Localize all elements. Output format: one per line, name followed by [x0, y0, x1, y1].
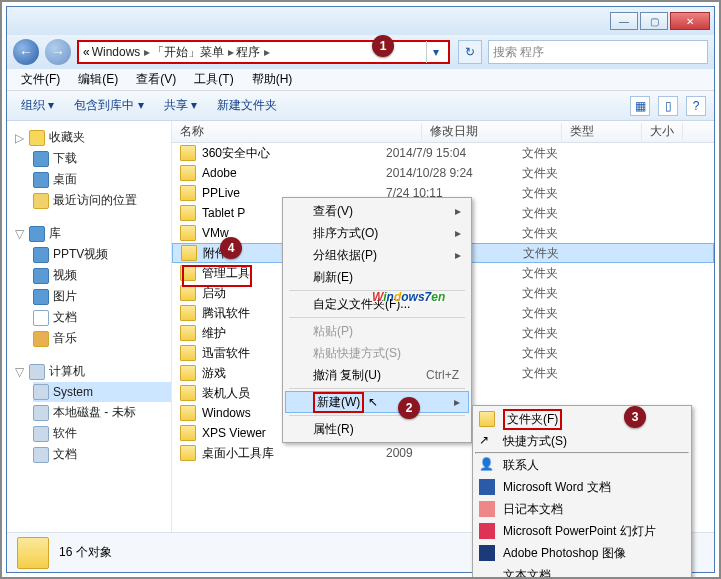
drive-icon [33, 426, 49, 442]
ctx-customize[interactable]: 自定义文件夹(F)... [285, 293, 469, 315]
ctx-paste-shortcut: 粘贴快捷方式(S) [285, 342, 469, 364]
breadcrumb-windows[interactable]: Windows▸ [92, 45, 151, 59]
folder-icon [180, 425, 196, 441]
shortcut-icon: ↗ [479, 433, 495, 449]
folder-icon [180, 325, 196, 341]
sub-journal[interactable]: 日记本文档 [475, 498, 689, 520]
ctx-view[interactable]: 查看(V) [285, 200, 469, 222]
nav-docdrive[interactable]: 文档 [33, 444, 171, 465]
navigation-pane: ▷收藏夹 下载 桌面 最近访问的位置 ▽库 PPTV视频 视频 图片 文档 音乐… [7, 121, 172, 532]
back-button[interactable]: ← [13, 39, 39, 65]
include-button[interactable]: 包含到库中 ▾ [68, 95, 149, 116]
folder-icon [180, 345, 196, 361]
folder-icon [180, 285, 196, 301]
context-menu: 查看(V) 排序方式(O) 分组依据(P) 刷新(E) 自定义文件夹(F)...… [282, 197, 472, 443]
close-button[interactable]: ✕ [670, 12, 710, 30]
ctx-properties[interactable]: 属性(R) [285, 418, 469, 440]
share-button[interactable]: 共享 ▾ [158, 95, 203, 116]
refresh-button[interactable]: ↻ [458, 40, 482, 64]
help-button[interactable]: ? [686, 96, 706, 116]
list-item[interactable]: 360安全中心2014/7/9 15:04文件夹 [172, 143, 714, 163]
folder-icon [479, 411, 495, 427]
nav-computer[interactable]: ▽计算机 [15, 363, 171, 380]
folder-icon [180, 145, 196, 161]
nav-downloads[interactable]: 下载 [33, 148, 171, 169]
menu-view[interactable]: 查看(V) [128, 69, 184, 90]
folder-icon [180, 265, 196, 281]
organize-button[interactable]: 组织 ▾ [15, 95, 60, 116]
nav-pictures[interactable]: 图片 [33, 286, 171, 307]
folder-icon [180, 225, 196, 241]
badge-3: 3 [624, 406, 646, 428]
sub-shortcut[interactable]: ↗快捷方式(S) [475, 430, 689, 452]
col-date: 修改日期 [422, 123, 562, 140]
text-icon [479, 567, 495, 579]
maximize-button[interactable]: ▢ [640, 12, 668, 30]
sub-contact[interactable]: 👤联系人 [475, 454, 689, 476]
nav-row: ← → « Windows▸ 「开始」菜单▸ 程序▸ ▾ ↻ 搜索 程序 [7, 35, 714, 69]
word-icon [479, 479, 495, 495]
col-type: 类型 [562, 123, 642, 140]
menu-tools[interactable]: 工具(T) [186, 69, 241, 90]
nav-soft[interactable]: 软件 [33, 423, 171, 444]
column-headers[interactable]: 名称 修改日期 类型 大小 [172, 121, 714, 143]
newfolder-button[interactable]: 新建文件夹 [211, 95, 283, 116]
list-item[interactable]: Adobe2014/10/28 9:24文件夹 [172, 163, 714, 183]
breadcrumb-programs[interactable]: 程序▸ [236, 44, 270, 61]
nav-docs[interactable]: 文档 [33, 307, 171, 328]
ctx-refresh[interactable]: 刷新(E) [285, 266, 469, 288]
sub-folder[interactable]: 文件夹(F) [475, 408, 689, 430]
status-count: 16 个对象 [59, 544, 112, 561]
nav-desktop[interactable]: 桌面 [33, 169, 171, 190]
col-name: 名称 [172, 123, 422, 140]
ctx-undo[interactable]: 撤消 复制(U)Ctrl+Z [285, 364, 469, 386]
nav-favorites[interactable]: ▷收藏夹 [15, 129, 171, 146]
breadcrumb-prefix: « [83, 45, 90, 59]
ctx-sort[interactable]: 排序方式(O) [285, 222, 469, 244]
nav-videos[interactable]: 视频 [33, 265, 171, 286]
document-icon [33, 310, 49, 326]
menu-edit[interactable]: 编辑(E) [70, 69, 126, 90]
nav-libraries[interactable]: ▽库 [15, 225, 171, 242]
badge-4: 4 [220, 237, 242, 259]
nav-music[interactable]: 音乐 [33, 328, 171, 349]
breadcrumb-startmenu[interactable]: 「开始」菜单▸ [152, 44, 234, 61]
new-submenu: 文件夹(F) ↗快捷方式(S) 👤联系人 Microsoft Word 文档 日… [472, 405, 692, 579]
nav-pptv[interactable]: PPTV视频 [33, 244, 171, 265]
nav-system[interactable]: System [33, 382, 171, 402]
minimize-button[interactable]: — [610, 12, 638, 30]
ctx-new[interactable]: 新建(W) ↖ [285, 391, 469, 413]
folder-icon [180, 385, 196, 401]
toolbar: 组织 ▾ 包含到库中 ▾ 共享 ▾ 新建文件夹 ▦ ▯ ? [7, 91, 714, 121]
forward-button[interactable]: → [45, 39, 71, 65]
computer-icon [29, 364, 45, 380]
sub-psd[interactable]: Adobe Photoshop 图像 [475, 542, 689, 564]
library-icon [29, 226, 45, 242]
recent-icon [33, 193, 49, 209]
folder-icon [180, 305, 196, 321]
badge-1: 1 [372, 35, 394, 57]
nav-local[interactable]: 本地磁盘 - 未标 [33, 402, 171, 423]
drive-icon [33, 405, 49, 421]
drive-icon [33, 384, 49, 400]
col-size: 大小 [642, 123, 683, 140]
address-bar[interactable]: « Windows▸ 「开始」菜单▸ 程序▸ ▾ [77, 40, 450, 64]
menu-help[interactable]: 帮助(H) [244, 69, 301, 90]
address-dropdown-icon[interactable]: ▾ [426, 41, 444, 63]
menu-file[interactable]: 文件(F) [13, 69, 68, 90]
ctx-group[interactable]: 分组依据(P) [285, 244, 469, 266]
sub-txt[interactable]: 文本文档 [475, 564, 689, 579]
drive-icon [33, 447, 49, 463]
preview-pane-button[interactable]: ▯ [658, 96, 678, 116]
video-icon [33, 268, 49, 284]
sub-word[interactable]: Microsoft Word 文档 [475, 476, 689, 498]
view-options-button[interactable]: ▦ [630, 96, 650, 116]
music-icon [33, 331, 49, 347]
nav-recent[interactable]: 最近访问的位置 [33, 190, 171, 211]
search-input[interactable]: 搜索 程序 [488, 40, 708, 64]
folder-icon [17, 537, 49, 569]
picture-icon [33, 289, 49, 305]
sub-ppt[interactable]: Microsoft PowerPoint 幻灯片 [475, 520, 689, 542]
folder-icon [180, 445, 196, 461]
ctx-paste: 粘贴(P) [285, 320, 469, 342]
